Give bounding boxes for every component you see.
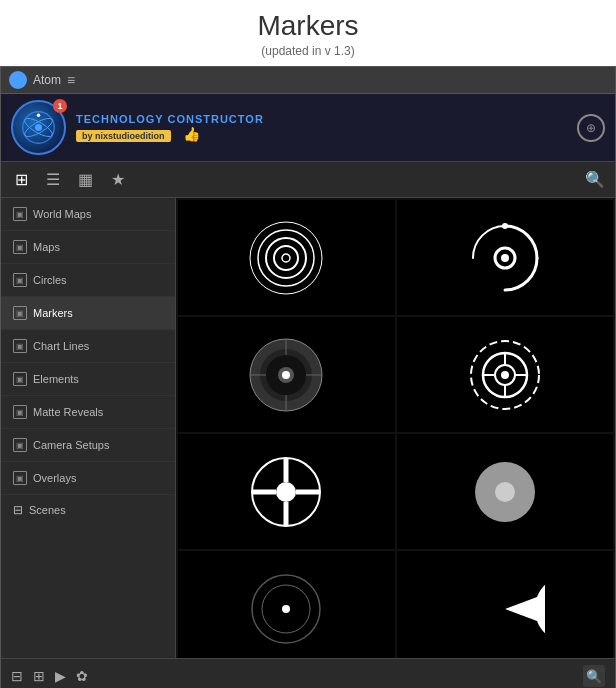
- sidebar-item-label: Elements: [33, 373, 79, 385]
- nav-icons-bar: ⊞ ☰ ▦ ★ 🔍: [1, 162, 615, 198]
- svg-point-3: [35, 124, 42, 131]
- doc-nav-icon[interactable]: ▦: [74, 168, 97, 191]
- matte-reveals-icon: ▣: [13, 405, 27, 419]
- like-icon[interactable]: 👍: [183, 126, 200, 142]
- grid-nav-icon[interactable]: ☰: [42, 168, 64, 191]
- panel-bottom-icon[interactable]: ⊟: [11, 668, 23, 684]
- svg-point-5: [250, 222, 322, 294]
- svg-point-7: [266, 238, 306, 278]
- sidebar-item-label: Circles: [33, 274, 67, 286]
- elements-icon: ▣: [13, 372, 27, 386]
- sidebar-item-maps[interactable]: ▣ Maps: [1, 231, 175, 264]
- circles-icon: ▣: [13, 273, 27, 287]
- camera-setups-icon: ▣: [13, 438, 27, 452]
- svg-point-27: [276, 482, 296, 502]
- overlays-icon: ▣: [13, 471, 27, 485]
- marker-cell-5[interactable]: [178, 434, 395, 549]
- sidebar-item-overlays[interactable]: ▣ Overlays: [1, 462, 175, 495]
- app-logo: [9, 71, 27, 89]
- marker-cell-4[interactable]: [397, 317, 614, 432]
- grid-bottom-icon[interactable]: ⊞: [33, 668, 45, 684]
- sidebar-item-label: World Maps: [33, 208, 91, 220]
- markers-icon: ▣: [13, 306, 27, 320]
- navigation-compass[interactable]: ⊕: [577, 114, 605, 142]
- sidebar-item-matte-reveals[interactable]: ▣ Matte Reveals: [1, 396, 175, 429]
- sidebar-section-scenes[interactable]: ⊟ Scenes: [1, 495, 175, 525]
- svg-point-12: [502, 223, 508, 229]
- sidebar-item-camera-setups[interactable]: ▣ Camera Setups: [1, 429, 175, 462]
- sidebar-item-label: Camera Setups: [33, 439, 109, 451]
- grid-area: [176, 198, 615, 658]
- svg-point-8: [274, 246, 298, 270]
- marker-cell-2[interactable]: [397, 200, 614, 315]
- svg-point-17: [282, 371, 290, 379]
- banner-info: TECHNOLOGY CONSTRUCTOR by nixstudioediti…: [76, 113, 605, 143]
- bottom-search-button[interactable]: 🔍: [583, 665, 605, 687]
- notification-badge: 1: [53, 99, 67, 113]
- banner-title: TECHNOLOGY CONSTRUCTOR: [76, 113, 605, 125]
- sidebar-item-label: Matte Reveals: [33, 406, 103, 418]
- settings-bottom-icon[interactable]: ✿: [76, 668, 88, 684]
- svg-point-21: [501, 371, 509, 379]
- sidebar-item-label: Overlays: [33, 472, 76, 484]
- sidebar-item-chart-lines[interactable]: ▣ Chart Lines: [1, 330, 175, 363]
- sidebar-item-markers[interactable]: ▣ Markers: [1, 297, 175, 330]
- menu-icon[interactable]: ≡: [67, 72, 75, 88]
- sidebar-item-label: Markers: [33, 307, 73, 319]
- sidebar-item-circles[interactable]: ▣ Circles: [1, 264, 175, 297]
- scenes-icon: ⊟: [13, 503, 23, 517]
- sidebar-item-world-maps[interactable]: ▣ World Maps: [1, 198, 175, 231]
- play-bottom-icon[interactable]: ▶: [55, 668, 66, 684]
- page-subtitle: (updated in v 1.3): [0, 44, 616, 58]
- marker-cell-7[interactable]: [178, 551, 395, 658]
- person-nav-icon[interactable]: ⊞: [11, 168, 32, 191]
- header-banner: 1 TECHNOLOGY CONSTRUCTOR by nixstudioedi…: [1, 94, 615, 162]
- marker-cell-6[interactable]: [397, 434, 614, 549]
- marker-cell-8[interactable]: [397, 551, 614, 658]
- bottom-bar: ⊟ ⊞ ▶ ✿ 🔍: [1, 658, 615, 688]
- banner-icon: 1: [11, 100, 66, 155]
- banner-author[interactable]: by nixstudioedition: [76, 130, 171, 142]
- svg-point-33: [495, 482, 515, 502]
- page-title: Markers: [0, 10, 616, 42]
- svg-point-36: [282, 605, 290, 613]
- top-bar: Atom ≡: [1, 67, 615, 94]
- scenes-label: Scenes: [29, 504, 66, 516]
- marker-cell-1[interactable]: [178, 200, 395, 315]
- sidebar: ▣ World Maps ▣ Maps ▣ Circles ▣ Markers …: [1, 198, 176, 658]
- sidebar-item-label: Maps: [33, 241, 60, 253]
- app-window: Atom ≡ 1 TECHNOLOGY CONSTRUCTOR by nixst…: [0, 66, 616, 688]
- sidebar-item-label: Chart Lines: [33, 340, 89, 352]
- chart-lines-icon: ▣: [13, 339, 27, 353]
- svg-point-9: [282, 254, 290, 262]
- star-nav-icon[interactable]: ★: [107, 168, 129, 191]
- maps-icon: ▣: [13, 240, 27, 254]
- sidebar-item-elements[interactable]: ▣ Elements: [1, 363, 175, 396]
- svg-point-4: [37, 114, 41, 118]
- svg-point-11: [501, 254, 509, 262]
- world-maps-icon: ▣: [13, 207, 27, 221]
- app-name: Atom: [33, 73, 61, 87]
- marker-cell-3[interactable]: [178, 317, 395, 432]
- search-icon[interactable]: 🔍: [585, 170, 605, 189]
- main-content: ▣ World Maps ▣ Maps ▣ Circles ▣ Markers …: [1, 198, 615, 658]
